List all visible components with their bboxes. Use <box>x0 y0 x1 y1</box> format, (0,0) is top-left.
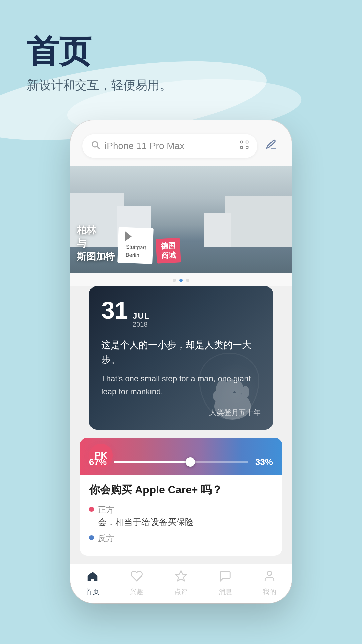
page-header: 首页 新设计和交互，轻便易用。 <box>0 0 362 107</box>
tab-item-interest[interactable]: 兴趣 <box>115 570 159 596</box>
banner-dots <box>70 273 292 286</box>
svg-marker-14 <box>176 571 186 581</box>
page-title: 首页 <box>27 34 335 69</box>
pk-slider-track[interactable] <box>114 461 248 463</box>
tab-label-profile: 我的 <box>263 587 276 596</box>
heart-icon <box>130 570 143 585</box>
edit-icon[interactable] <box>263 139 280 153</box>
pk-content: 你会购买 Apple Care+ 吗？ 正方 会，相当于给设备买保险 反方 <box>80 475 282 553</box>
phone-mockup: iPhone 11 Pro Max <box>70 120 292 603</box>
date-source: —— 人类登月五十年 <box>101 408 261 418</box>
tab-item-review[interactable]: 点评 <box>159 570 203 596</box>
message-icon <box>219 570 232 585</box>
pk-option-blue-label: 反方 <box>98 533 114 544</box>
banner-image: 柏林 与 斯图加特 StuttgartBerlin <box>70 166 292 273</box>
date-day: 31 <box>101 298 128 322</box>
card-text: StuttgartBerlin <box>126 243 146 260</box>
tab-label-message: 消息 <box>219 587 232 596</box>
pk-option-red: 正方 会，相当于给设备买保险 <box>89 504 273 529</box>
date-row: 31 JUL 2018 <box>101 298 261 328</box>
banner-card-white: StuttgartBerlin <box>117 227 154 264</box>
tab-label-home: 首页 <box>86 587 99 596</box>
svg-rect-4 <box>241 146 243 148</box>
svg-point-15 <box>267 571 272 576</box>
tab-item-message[interactable]: 消息 <box>203 570 247 596</box>
pk-option-blue: 反方 <box>89 533 273 544</box>
svg-rect-3 <box>246 141 248 143</box>
banner-overlay: 柏林 与 斯图加特 StuttgartBerlin <box>77 224 180 263</box>
banner-section: 柏林 与 斯图加特 StuttgartBerlin <box>70 166 292 286</box>
tab-item-profile[interactable]: 我的 <box>247 570 292 596</box>
pk-slider-thumb <box>186 457 195 467</box>
page-subtitle: 新设计和交互，轻便易用。 <box>27 77 335 94</box>
pk-question: 你会购买 Apple Care+ 吗？ <box>89 483 273 497</box>
person-icon <box>263 570 276 585</box>
building-4 <box>204 213 231 247</box>
date-card: 31 JUL 2018 这是个人的一小步，却是人类的一大步。 That's on… <box>89 286 273 430</box>
tab-label-review: 点评 <box>174 587 188 596</box>
tab-bar: 首页 兴趣 <box>70 564 292 603</box>
svg-rect-2 <box>241 141 243 143</box>
banner-text-left: 柏林 与 斯图加特 <box>77 224 115 263</box>
tab-item-home[interactable]: 首页 <box>70 570 115 596</box>
pk-dot-red <box>89 507 94 512</box>
search-bar[interactable]: iPhone 11 Pro Max <box>82 134 257 158</box>
tab-label-interest: 兴趣 <box>130 587 143 596</box>
date-quote-zh: 这是个人的一小步，却是人类的一大步。 <box>101 338 261 368</box>
date-year: 2018 <box>133 321 150 328</box>
date-month: JUL <box>133 311 150 321</box>
pk-pct-left: 67% <box>89 457 109 467</box>
svg-line-1 <box>97 146 99 148</box>
dot-1 <box>173 279 176 282</box>
home-icon <box>86 570 99 585</box>
banner-tag-pink: 德国 商城 <box>156 238 181 264</box>
pk-option-red-label: 正方 <box>98 504 194 516</box>
building-3 <box>225 196 292 247</box>
pk-slider-row: 67% 33% <box>89 457 273 467</box>
pk-dot-blue <box>89 535 94 540</box>
date-quote-en: That's one small step for a man, one gia… <box>101 372 261 398</box>
scan-icon[interactable] <box>239 140 249 152</box>
phone-content: iPhone 11 Pro Max <box>70 120 292 603</box>
pk-card: PK 67% 33% 你会购买 Apple Care+ 吗？ <box>80 438 282 556</box>
pk-pct-right: 33% <box>253 457 273 467</box>
dot-2 <box>179 279 183 282</box>
date-month-year: JUL 2018 <box>133 311 150 328</box>
search-area: iPhone 11 Pro Max <box>70 120 292 166</box>
pk-slider-fill <box>114 461 190 463</box>
dot-3 <box>186 279 189 282</box>
date-card-content: 31 JUL 2018 这是个人的一小步，却是人类的一大步。 That's on… <box>89 286 273 430</box>
pk-bar-section: PK 67% 33% <box>80 438 282 475</box>
search-input-text: iPhone 11 Pro Max <box>105 141 235 151</box>
star-icon <box>175 570 187 585</box>
search-icon <box>90 140 100 152</box>
phone-wrapper: iPhone 11 Pro Max <box>0 120 362 630</box>
pk-option-red-text: 会，相当于给设备买保险 <box>98 516 194 529</box>
